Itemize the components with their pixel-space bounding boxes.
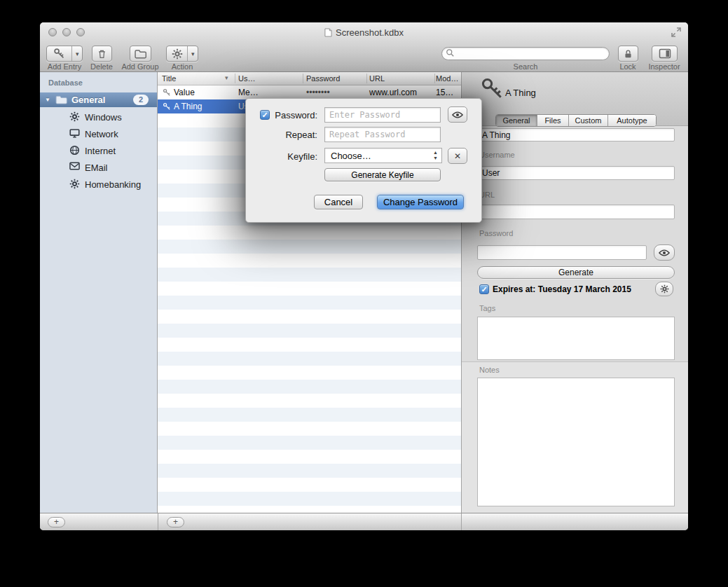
sidebar-item-label: Homebanking (85, 179, 141, 190)
column-header-modified[interactable]: Mod… (436, 74, 458, 83)
username-field[interactable] (477, 166, 675, 180)
change-password-button[interactable]: Change Password (377, 195, 464, 209)
app-window: Screenshot.kdbx ▾ Add Entry Delete Add G… (40, 22, 688, 530)
pane-divider (158, 513, 158, 530)
gear-icon (69, 111, 81, 123)
cell-title: A Thing (174, 102, 202, 111)
sidebar-item-label: Windows (85, 112, 122, 123)
fullscreen-icon[interactable] (671, 27, 681, 37)
chevron-down-icon[interactable]: ▾ (187, 46, 198, 61)
search-field-wrap (441, 46, 610, 60)
sidebar-item-windows[interactable]: Windows (40, 110, 157, 124)
expires-checkbox[interactable]: ✓ (479, 284, 489, 294)
eye-icon (452, 111, 463, 118)
entry-list-header: Title ▾ Us… Password URL Mod… (158, 72, 461, 85)
sidebar-section-header: Database (48, 78, 83, 87)
action-label: Action (151, 62, 214, 71)
change-password-dialog: ✓ Password: Repeat: Keyfile: Choose… ▲▼ … (245, 98, 482, 223)
cell-url: www.url.com (369, 88, 417, 97)
add-entry-footer-button[interactable]: + (167, 517, 184, 527)
sidebar-item-internet[interactable]: Internet (40, 144, 157, 158)
globe-icon (69, 145, 81, 156)
generate-password-button[interactable]: Generate (477, 266, 675, 279)
column-divider[interactable] (434, 74, 435, 83)
delete-button[interactable] (92, 46, 112, 62)
password-field[interactable] (477, 245, 647, 260)
dialog-repeat-label: Repeat: (266, 130, 317, 140)
cell-modified: 15… (436, 88, 453, 97)
trash-icon (97, 48, 107, 60)
sidebar-item-label: EMail (85, 163, 108, 173)
lock-button[interactable] (618, 46, 638, 62)
tab-autotype[interactable]: Autotype (608, 115, 656, 126)
sidebar-item-label: Internet (85, 146, 116, 156)
sidebar: Database ▼ General 2 Windows Network (40, 72, 158, 513)
column-divider[interactable] (303, 74, 303, 83)
username-label: Username (479, 151, 515, 159)
gear-icon (69, 179, 81, 190)
expires-label: Expires at: Tuesday 17 March 2015 (493, 284, 631, 294)
clear-keyfile-button[interactable]: ✕ (448, 148, 467, 164)
tab-general[interactable]: General (496, 115, 537, 126)
dialog-password-input[interactable] (324, 107, 441, 123)
tags-input[interactable] (477, 317, 675, 360)
inspector-tabs: General Files Custom Autotype (495, 114, 657, 127)
keyfile-popup-value: Choose… (331, 151, 371, 161)
cancel-button[interactable]: Cancel (314, 195, 363, 209)
notes-input[interactable] (477, 378, 675, 506)
entry-row-value[interactable]: Value Me… •••••••• www.url.com 15… (158, 85, 461, 99)
keyfile-popup-button[interactable]: Choose… ▲▼ (324, 148, 442, 163)
sort-arrow-icon[interactable]: ▾ (225, 74, 228, 81)
notes-label: Notes (479, 366, 500, 374)
cell-username: Me… (238, 88, 259, 97)
key-icon (480, 76, 505, 102)
inspector-button[interactable] (652, 46, 678, 62)
window-chrome: Screenshot.kdbx ▾ Add Entry Delete Add G… (40, 22, 688, 72)
url-field[interactable] (477, 205, 675, 219)
expires-settings-button[interactable] (655, 282, 673, 296)
action-button[interactable]: ▾ (166, 46, 198, 62)
gear-icon (660, 284, 669, 294)
key-icon (163, 102, 171, 111)
reveal-password-button[interactable] (654, 244, 675, 261)
column-header-url[interactable]: URL (369, 74, 385, 83)
column-divider[interactable] (235, 74, 235, 83)
stepper-icon: ▲▼ (433, 150, 438, 161)
add-entry-button[interactable]: ▾ (46, 46, 83, 62)
eye-icon (659, 249, 670, 256)
disclosure-triangle-icon[interactable]: ▼ (40, 97, 55, 103)
inspector-label: Inspector (633, 62, 688, 71)
dialog-repeat-input[interactable] (324, 127, 441, 142)
sidebar-group-general[interactable]: ▼ General 2 (40, 92, 157, 107)
folder-icon (55, 95, 67, 104)
column-header-password[interactable]: Password (306, 74, 340, 83)
window-title: Screenshot.kdbx (336, 27, 404, 38)
dialog-keyfile-label: Keyfile: (266, 151, 317, 162)
add-group-footer-button[interactable]: + (48, 517, 65, 527)
column-divider[interactable] (366, 74, 367, 83)
gear-icon (167, 46, 187, 61)
generate-keyfile-button[interactable]: Generate Keyfile (324, 168, 441, 181)
sidebar-item-label: Network (85, 129, 118, 139)
inspector-panel-icon (659, 48, 671, 59)
lock-icon (623, 48, 633, 60)
cell-title: Value (174, 88, 195, 97)
dialog-reveal-password-button[interactable] (448, 106, 467, 123)
search-input[interactable] (441, 47, 610, 60)
cell-password: •••••••• (306, 88, 330, 97)
tab-files[interactable]: Files (537, 115, 569, 126)
sidebar-item-network[interactable]: Network (40, 127, 157, 141)
sidebar-item-homebanking[interactable]: Homebanking (40, 177, 157, 191)
tab-custom[interactable]: Custom (569, 115, 608, 126)
sidebar-item-email[interactable]: EMail (40, 160, 157, 174)
column-header-title[interactable]: Title (162, 74, 176, 83)
title-field[interactable] (477, 128, 675, 141)
inspector-panel: A Thing General Files Custom Autotype Us… (461, 72, 688, 513)
add-group-button[interactable] (130, 46, 151, 62)
sidebar-group-label: General (71, 95, 105, 105)
password-label: Password (479, 229, 513, 237)
search-label: Search (494, 62, 557, 71)
column-header-username[interactable]: Us… (238, 74, 255, 83)
chevron-down-icon[interactable]: ▾ (71, 46, 82, 61)
group-count-badge: 2 (133, 95, 149, 105)
